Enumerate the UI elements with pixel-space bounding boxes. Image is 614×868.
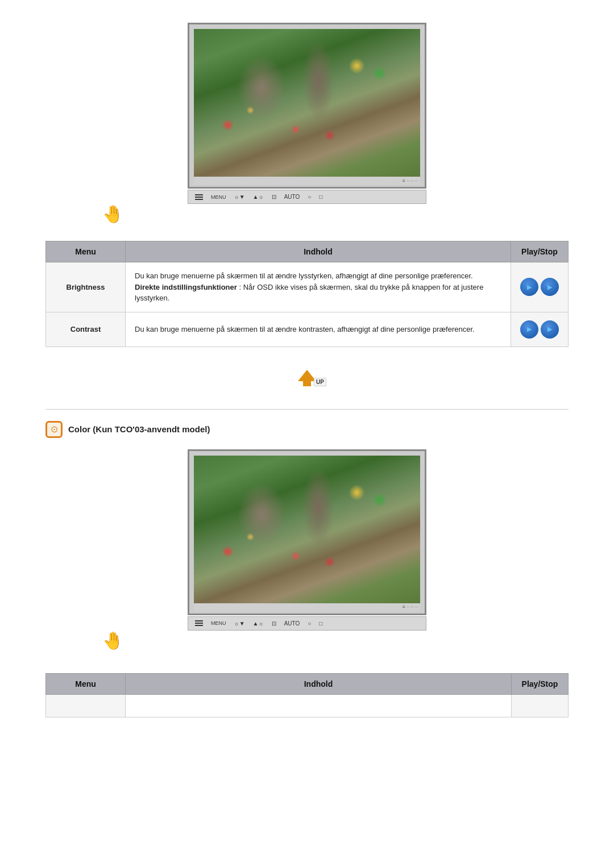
contrast-content: Du kan bruge menuerne på skærmen til at … [126, 312, 511, 347]
monitor-1-screen [194, 29, 420, 177]
monitor-2-outer: ≡ ·· ··· ·· [188, 449, 426, 615]
brightness-contrast-table: Menu Indhold Play/Stop Brightness Du kan… [45, 241, 569, 347]
monitor-2-screen [194, 456, 420, 603]
brightness-content: Du kan bruge menuerne på skærmen til at … [126, 262, 511, 312]
ctrl-btn-5[interactable]: □ [319, 194, 322, 200]
status-text: ≡ ·· ··· ·· [403, 178, 418, 183]
ctrl-btn-4[interactable]: ○ [308, 194, 311, 200]
ctrl-btn-2-5[interactable]: □ [319, 620, 322, 627]
monitor-1-section: ≡ ·· ··· ·· MENU ☼▼ ▲☼ ⊡ AUTO ○ □ 🤚 [45, 23, 569, 224]
color-header: ⊙ Color (Kun TCO'03-anvendt model) [45, 421, 569, 438]
bottom-row-playstop [512, 694, 569, 717]
ctrl-btn-1[interactable]: ☼▼ [234, 194, 245, 200]
brightness-label: Brightness [46, 262, 126, 312]
th-indhold: Indhold [126, 241, 511, 262]
brightness-buttons [511, 262, 569, 312]
th-playstop: Play/Stop [511, 241, 569, 262]
contrast-buttons [511, 312, 569, 347]
hand-pointer-2: 🤚 [102, 631, 123, 650]
bottom-table-row [46, 694, 569, 717]
bottom-th-indhold: Indhold [126, 673, 512, 694]
hand-pointer-1: 🤚 [102, 204, 123, 224]
auto-label-2[interactable]: AUTO [284, 620, 300, 627]
play-btn-right-1[interactable] [541, 278, 559, 296]
play-btn-left-2[interactable] [520, 320, 538, 339]
up-icon-section: UP [45, 370, 569, 386]
auto-label[interactable]: AUTO [284, 194, 300, 200]
menu-label-2: MENU [211, 620, 226, 626]
monitor-2-status: ≡ ·· ··· ·· [194, 603, 420, 611]
info-table-1: Menu Indhold Play/Stop Brightness Du kan… [45, 241, 569, 347]
bottom-row-content [126, 694, 512, 717]
bottom-th-playstop: Play/Stop [512, 673, 569, 694]
ctrl-btn-2-2[interactable]: ▲☼ [253, 620, 264, 627]
monitor-2-controls: MENU ☼▼ ▲☼ ⊡ AUTO ○ □ [188, 616, 426, 631]
monitor-1-outer: ≡ ·· ··· ·· [188, 23, 426, 189]
play-btn-group-2 [520, 320, 559, 339]
ctrl-btn-2-4[interactable]: ○ [308, 620, 311, 627]
play-btn-group-1 [520, 278, 559, 296]
up-arrow-stem [303, 381, 311, 386]
bottom-table: Menu Indhold Play/Stop [45, 673, 569, 717]
monitor-2-section: ≡ ·· ··· ·· MENU ☼▼ ▲☼ ⊡ AUTO ○ □ 🤚 [45, 449, 569, 650]
menu-icon [195, 194, 203, 200]
bottom-row-menu [46, 694, 126, 717]
ctrl-btn-2-1[interactable]: ☼▼ [234, 620, 245, 627]
play-btn-right-2[interactable] [541, 320, 559, 339]
th-menu: Menu [46, 241, 126, 262]
ctrl-btn-2-3[interactable]: ⊡ [272, 620, 276, 627]
table-row: Brightness Du kan bruge menuerne på skær… [46, 262, 569, 312]
monitor-1-status: ≡ ·· ··· ·· [194, 177, 420, 185]
table-row: Contrast Du kan bruge menuerne på skærme… [46, 312, 569, 347]
color-icon: ⊙ [45, 421, 63, 438]
contrast-label: Contrast [46, 312, 126, 347]
menu-label: MENU [211, 194, 226, 200]
up-icon: UP [298, 370, 316, 386]
play-btn-left-1[interactable] [520, 278, 538, 296]
menu-icon-2 [195, 620, 203, 626]
bottom-th-menu: Menu [46, 673, 126, 694]
monitor-1-controls: MENU ☼▼ ▲☼ ⊡ AUTO ○ □ [188, 190, 426, 204]
color-section: ⊙ Color (Kun TCO'03-anvendt model) ≡ ·· … [45, 421, 569, 650]
ctrl-btn-3[interactable]: ⊡ [272, 194, 276, 200]
bottom-table-section: Menu Indhold Play/Stop [45, 673, 569, 717]
status-text-2: ≡ ·· ··· ·· [403, 604, 418, 610]
up-label: UP [314, 378, 326, 386]
color-icon-glyph: ⊙ [51, 424, 58, 435]
ctrl-btn-2[interactable]: ▲☼ [253, 194, 264, 200]
color-title: Color (Kun TCO'03-anvendt model) [68, 424, 210, 434]
section-divider [45, 409, 569, 410]
